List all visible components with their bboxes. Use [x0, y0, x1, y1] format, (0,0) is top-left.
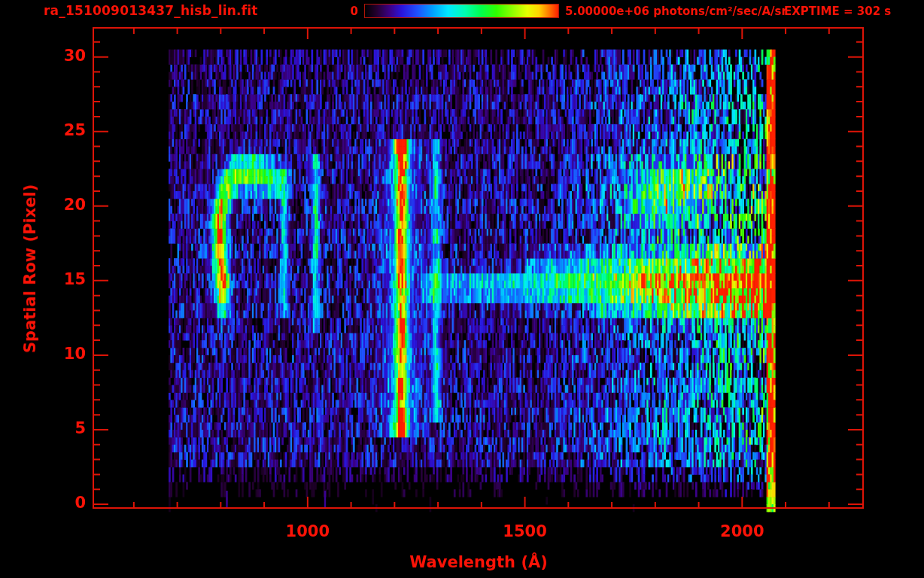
y-tick-label: 15 — [38, 270, 86, 288]
y-tick-label: 25 — [38, 121, 86, 139]
y-tick-label: 5 — [38, 419, 86, 437]
x-tick-label: 2000 — [708, 522, 776, 540]
exptime-label: EXPTIME = 302 s — [784, 5, 891, 18]
y-tick-label: 0 — [38, 494, 86, 512]
colorbar-min-label: 0 — [334, 5, 358, 18]
y-tick-label: 10 — [38, 345, 86, 363]
x-axis-title: Wavelength (Å) — [366, 553, 591, 571]
x-tick-label: 1500 — [491, 522, 559, 540]
spectrogram-figure: ra_151009013437_hisb_lin.fit 0 5.00000e+… — [0, 0, 924, 578]
figure-title: ra_151009013437_hisb_lin.fit — [44, 3, 258, 18]
colorbar-max-label: 5.00000e+06 photons/cm²/sec/A/sr — [565, 5, 787, 18]
y-tick-label: 30 — [38, 47, 86, 65]
y-tick-label: 20 — [38, 196, 86, 214]
y-axis-title: Spatial Row (Pixel) — [21, 184, 39, 353]
x-tick-label: 1000 — [274, 522, 342, 540]
heatmap-canvas — [0, 0, 924, 578]
colorbar-gradient — [364, 4, 559, 18]
